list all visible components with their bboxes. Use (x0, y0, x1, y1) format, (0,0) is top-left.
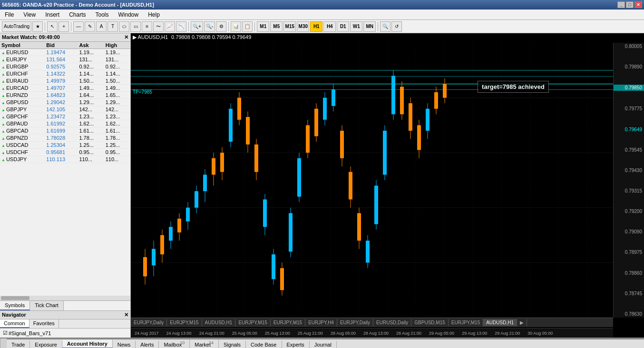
col-bid[interactable]: Bid (45, 42, 78, 49)
menu-file[interactable]: File (2, 10, 17, 19)
chart-tool2[interactable]: 📉 (176, 21, 186, 32)
market-watch-row[interactable]: ▲GBPCHF 1.23472 1.23... 1.23... (0, 113, 130, 120)
mw-symbol: ▲EURGBP (0, 63, 45, 70)
tab-journal[interactable]: Journal (310, 341, 337, 348)
chart-tab-6[interactable]: EURJPY,Daily (337, 319, 373, 326)
menu-view[interactable]: View (20, 10, 39, 19)
chart-tab-5[interactable]: EURJPY,H4 (305, 319, 337, 326)
chart-tab-4[interactable]: EURJPY,M15 (271, 319, 305, 326)
tab-symbols[interactable]: Symbols (0, 301, 30, 310)
draw-tool[interactable]: ✎ (85, 21, 95, 32)
text-tool[interactable]: A (96, 21, 107, 32)
wave-tool[interactable]: 〜 (153, 21, 164, 32)
tab-market[interactable]: Market24 (190, 339, 219, 348)
time-1: 24 Aug 13:00 (163, 331, 195, 336)
cursor-tool[interactable]: ↖ (47, 21, 58, 32)
mw-bid: 1.23472 (45, 113, 78, 120)
menu-window[interactable]: Window (116, 10, 142, 19)
market-watch-row[interactable]: ▲USDJPY 110.113 110... 110... (0, 156, 130, 163)
scrollbar-thumb[interactable] (1, 296, 29, 300)
tab-mailbox[interactable]: Mailbox10 (159, 339, 190, 348)
chart-tab-9[interactable]: EURJPY,M15 (449, 319, 483, 326)
tf-w1[interactable]: W1 (350, 21, 362, 32)
chart-tab-0[interactable]: EURJPY,Daily (131, 319, 167, 326)
chart-tab-7[interactable]: EURUSD,Daily (373, 319, 411, 326)
tf-m5[interactable]: M5 (270, 21, 283, 32)
navigator-close[interactable]: ✕ (124, 312, 128, 318)
label-tool[interactable]: T (107, 21, 118, 32)
tab-tick-chart[interactable]: Tick Chart (30, 301, 64, 310)
autotrading-button[interactable]: AutoTrading (2, 21, 31, 32)
tab-account-history[interactable]: Account History (62, 340, 113, 348)
favorites-button[interactable]: ★ (32, 21, 43, 32)
market-watch-row[interactable]: ▲GBPJPY 142.105 142... 142... (0, 106, 130, 113)
chart-tab-scroll[interactable]: ▶ (517, 319, 527, 326)
minimize-button[interactable]: _ (617, 1, 625, 8)
col-symbol[interactable]: Symbol (0, 42, 45, 49)
menu-help[interactable]: Help (145, 10, 163, 19)
template-button[interactable]: 📋 (242, 21, 253, 32)
nav-signal-item[interactable]: ☑ #Signal_Bars_v71 (1, 329, 129, 337)
market-watch-row[interactable]: ▲GBPUSD 1.29042 1.29... 1.29... (0, 99, 130, 106)
market-watch-row[interactable]: ▲EURAUD 1.49979 1.50... 1.50... (0, 77, 130, 85)
market-watch-row[interactable]: ▲EURCHF 1.14322 1.14... 1.14... (0, 70, 130, 77)
close-button[interactable]: ✕ (634, 1, 642, 8)
market-watch-close[interactable]: ✕ (124, 34, 128, 40)
tf-mn[interactable]: MN (363, 21, 376, 32)
mw-symbol: ▲USDCHF (0, 149, 45, 156)
market-watch-row[interactable]: ▲EURNZD 1.64823 1.64... 1.65... (0, 92, 130, 99)
chart-tab-3[interactable]: EURJPY,M15 (235, 319, 270, 326)
market-watch-table[interactable]: Symbol Bid Ask High ▲EURUSD 1.19474 1.19… (0, 42, 130, 296)
mw-ask: 0.95... (78, 149, 104, 156)
chart-tool1[interactable]: 📈 (165, 21, 175, 32)
market-watch-row[interactable]: ▲EURJPY 131.564 131... 131... (0, 56, 130, 63)
chart-area[interactable]: ▶ AUDUSD,H1 0.79808 0.79808 0.79594 0.79… (131, 33, 644, 338)
market-watch-row[interactable]: ▲GBPNZD 1.78028 1.78... 1.78... (0, 135, 130, 142)
nav-tab-favorites[interactable]: Favorites (29, 319, 59, 328)
tab-experts[interactable]: Experts (282, 341, 310, 348)
tab-alerts[interactable]: Alerts (136, 341, 159, 348)
maximize-button[interactable]: □ (626, 1, 634, 8)
tf-m15[interactable]: M15 (283, 21, 296, 32)
menu-insert[interactable]: Insert (42, 10, 62, 19)
zoom-in-button[interactable]: 🔍+ (191, 21, 203, 32)
market-watch-row[interactable]: ▲GBPCAD 1.61699 1.61... 1.61... (0, 127, 130, 135)
tf-m30[interactable]: M30 (297, 21, 309, 32)
properties-button[interactable]: ⚙ (216, 21, 226, 32)
tab-exposure[interactable]: Exposure (30, 341, 62, 348)
market-watch-row[interactable]: ▲EURUSD 1.19474 1.19... 1.19... (0, 49, 130, 56)
chart-tab-1[interactable]: EURJPY,M15 (167, 319, 202, 326)
ellipse-tool[interactable]: ⬭ (119, 21, 129, 32)
rect-tool[interactable]: ▭ (130, 21, 141, 32)
market-watch-scrollbar-h[interactable] (0, 296, 130, 300)
tf-h1[interactable]: H1 (310, 21, 322, 32)
fib-tool[interactable]: ≡ (142, 21, 152, 32)
market-watch-row[interactable]: ▲EURGBP 0.92575 0.92... 0.92... (0, 63, 130, 70)
crosshair-tool[interactable]: + (59, 21, 69, 32)
menu-charts[interactable]: Charts (66, 10, 88, 19)
col-ask[interactable]: Ask (78, 42, 104, 49)
chart-tab-8[interactable]: GBPUSD,M15 (411, 319, 448, 326)
chart-tab-10[interactable]: AUDUSD,H1 (483, 319, 517, 326)
search-button[interactable]: 🔍 (380, 21, 390, 32)
market-watch-row[interactable]: ▲EURCAD 1.49707 1.49... 1.49... (0, 85, 130, 92)
market-watch-row[interactable]: ▲GBPAUD 1.61992 1.62... 1.62... (0, 120, 130, 127)
tab-trade[interactable]: Trade (7, 341, 30, 348)
zoom-out-button[interactable]: 🔍- (204, 21, 215, 32)
tf-h4[interactable]: H4 (323, 21, 336, 32)
tab-news[interactable]: News (113, 341, 136, 348)
market-watch-row[interactable]: ▲USDCAD 1.25304 1.25... 1.25... (0, 142, 130, 149)
refresh-button[interactable]: ↺ (391, 21, 402, 32)
market-watch-row[interactable]: ▲USDCHF 0.95681 0.95... 0.95... (0, 149, 130, 156)
tab-codebase[interactable]: Code Base (246, 341, 282, 348)
terminal-side-label[interactable]: Terminal (0, 338, 7, 348)
menu-tools[interactable]: Tools (93, 10, 112, 19)
line-tool[interactable]: — (73, 21, 84, 32)
nav-tab-common[interactable]: Common (0, 319, 29, 328)
tf-d1[interactable]: D1 (337, 21, 349, 32)
col-high[interactable]: High (104, 42, 130, 49)
tf-m1[interactable]: M1 (257, 21, 269, 32)
tab-signals[interactable]: Signals (219, 341, 246, 348)
chart-tab-2[interactable]: AUDUSD,H1 (202, 319, 236, 326)
indicator-button[interactable]: 📊 (231, 21, 241, 32)
